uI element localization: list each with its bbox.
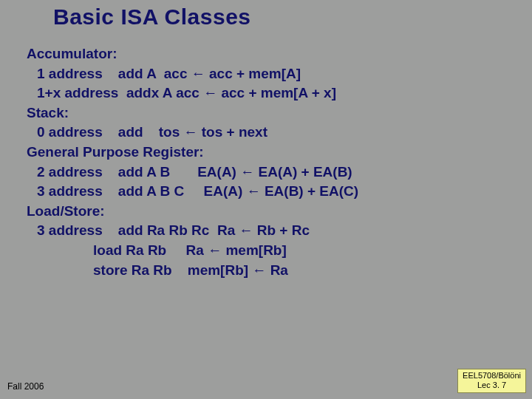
accumulator-heading: Accumulator: xyxy=(27,44,502,64)
slide-title: Basic ISA Classes xyxy=(53,4,251,30)
loadstore-heading: Load/Store: xyxy=(27,202,502,222)
gpr-heading: General Purpose Register: xyxy=(27,143,502,163)
loadstore-row-1: load Ra Rb Ra ← mem[Rb] xyxy=(27,241,502,261)
gpr-row-0: 2 address add A B EA(A) ← EA(A) + EA(B) xyxy=(27,163,502,183)
footer-course: EEL5708/Bölöni xyxy=(463,371,521,381)
loadstore-row-0: 3 address add Ra Rb Rc Ra ← Rb + Rc xyxy=(27,221,502,241)
footer-lecture: Lec 3. 7 xyxy=(463,381,521,391)
accumulator-row-1: 1+x address addx A acc ← acc + mem[A + x… xyxy=(27,83,502,103)
stack-heading: Stack: xyxy=(27,103,502,123)
footer-left: Fall 2006 xyxy=(7,381,44,392)
footer-right-badge: EEL5708/Bölöni Lec 3. 7 xyxy=(457,369,526,394)
accumulator-row-0: 1 address add A acc ← acc + mem[A] xyxy=(27,64,502,84)
slide: Basic ISA Classes Accumulator: 1 address… xyxy=(0,0,532,399)
gpr-row-1: 3 address add A B C EA(A) ← EA(B) + EA(C… xyxy=(27,182,502,202)
stack-row-0: 0 address add tos ← tos + next xyxy=(27,123,502,143)
slide-content: Accumulator: 1 address add A acc ← acc +… xyxy=(27,44,502,280)
loadstore-row-2: store Ra Rb mem[Rb] ← Ra xyxy=(27,261,502,281)
